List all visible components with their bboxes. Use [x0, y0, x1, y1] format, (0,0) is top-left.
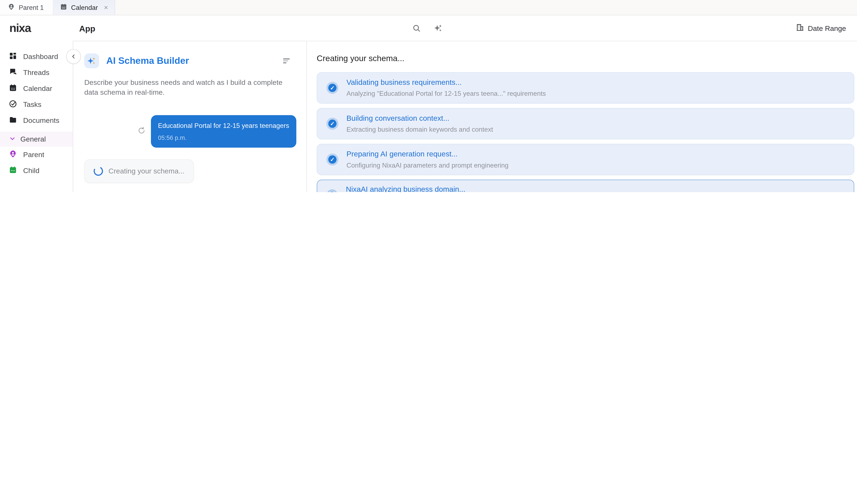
chat-panel: AI Schema Builder Describe your business… — [73, 41, 307, 192]
folder-icon — [9, 116, 17, 125]
header: nixa App Date Range — [0, 15, 857, 41]
tab-parent[interactable]: Parent 1 — [0, 0, 53, 15]
progress-step: Preparing AI generation request...Config… — [317, 144, 855, 175]
task-check-icon — [9, 100, 17, 110]
sidebar-item-child[interactable]: Child — [0, 163, 73, 179]
step-subtitle: Extracting business domain keywords and … — [347, 125, 493, 133]
sidebar-item-label: Tasks — [23, 100, 41, 108]
assistant-loading-text: Creating your schema... — [108, 167, 185, 175]
step-status-icon — [329, 119, 337, 128]
sidebar-collapse-button[interactable] — [66, 49, 81, 64]
sidebar-item-label: Dashboard — [23, 52, 58, 61]
tab-calendar[interactable]: Calendar × — [53, 0, 115, 15]
user-message-bubble: Educational Portal for 12-15 years teena… — [151, 115, 296, 148]
step-title: NixaAI analyzing business domain... — [346, 185, 581, 192]
sidebar-item-label: Child — [23, 166, 39, 174]
sidebar-group-label: General — [20, 135, 46, 143]
progress-step: Validating business requirements...Analy… — [317, 72, 855, 104]
calendar-icon — [9, 83, 17, 93]
sidebar: Dashboard Threads Calendar Tasks Documen… — [0, 41, 73, 192]
tab-parent-label: Parent 1 — [19, 3, 44, 11]
step-title: Validating business requirements... — [347, 78, 546, 86]
sidebar-item-parent[interactable]: Parent — [0, 147, 73, 163]
step-subtitle: Analyzing "Educational Portal for 12-15 … — [347, 90, 546, 98]
sidebar-item-documents[interactable]: Documents — [0, 112, 73, 128]
building-icon — [796, 23, 804, 33]
chat-title: AI Schema Builder — [106, 55, 189, 66]
sidebar-item-threads[interactable]: Threads — [0, 65, 73, 81]
sidebar-item-label: Parent — [23, 150, 44, 158]
step-title: Building conversation context... — [347, 114, 493, 122]
spinner-icon — [93, 166, 104, 177]
person-pin-icon — [8, 3, 15, 12]
dashboard-grid-icon — [9, 51, 17, 61]
sidebar-item-label: Documents — [23, 116, 59, 124]
sidebar-item-calendar[interactable]: Calendar — [0, 81, 73, 96]
progress-panel: Creating your schema... Validating busin… — [307, 41, 857, 192]
user-message-text: Educational Portal for 12-15 years teena… — [158, 122, 289, 130]
step-subtitle: Configuring NixaAI parameters and prompt… — [347, 162, 508, 169]
sidebar-item-label: Threads — [23, 68, 49, 77]
sidebar-item-tasks[interactable]: Tasks — [0, 96, 73, 112]
sidebar-item-label: Calendar — [23, 84, 52, 93]
chevron-down-icon — [10, 135, 16, 143]
menu-lines-icon[interactable] — [283, 58, 289, 63]
brand-logo: nixa — [10, 21, 31, 35]
step-title: Preparing AI generation request... — [347, 150, 508, 158]
date-range-button[interactable]: Date Range — [796, 23, 846, 33]
calendar-icon — [60, 3, 67, 12]
calendar-icon — [9, 166, 17, 175]
sidebar-group-general[interactable]: General — [0, 132, 73, 147]
sparkles-icon[interactable] — [434, 23, 443, 33]
page-title: App — [79, 23, 95, 33]
step-status-icon — [327, 189, 338, 192]
ai-sparkle-badge — [84, 53, 99, 68]
sidebar-item-dashboard[interactable]: Dashboard — [0, 49, 73, 65]
date-range-label: Date Range — [808, 24, 846, 32]
chat-description: Describe your business needs and watch a… — [84, 78, 297, 97]
threads-chat-icon — [9, 67, 17, 77]
person-pin-icon — [9, 150, 17, 159]
close-icon[interactable]: × — [104, 4, 108, 11]
refresh-icon[interactable] — [137, 127, 145, 136]
assistant-loading-bubble: Creating your schema... — [84, 159, 194, 183]
app-window: Parent 1 Calendar × nixa App Date Range — [0, 0, 857, 192]
step-status-icon — [329, 84, 337, 92]
progress-step: Building conversation context...Extracti… — [317, 108, 855, 139]
user-message-time: 05:56 p.m. — [158, 134, 289, 141]
chevron-left-icon — [70, 51, 77, 61]
progress-step: NixaAI analyzing business domain...NixaA… — [317, 180, 855, 192]
progress-heading: Creating your schema... — [317, 53, 855, 63]
search-icon[interactable] — [412, 23, 421, 33]
tab-calendar-label: Calendar — [71, 3, 98, 11]
step-status-icon — [329, 155, 337, 164]
tab-strip: Parent 1 Calendar × — [0, 0, 857, 15]
